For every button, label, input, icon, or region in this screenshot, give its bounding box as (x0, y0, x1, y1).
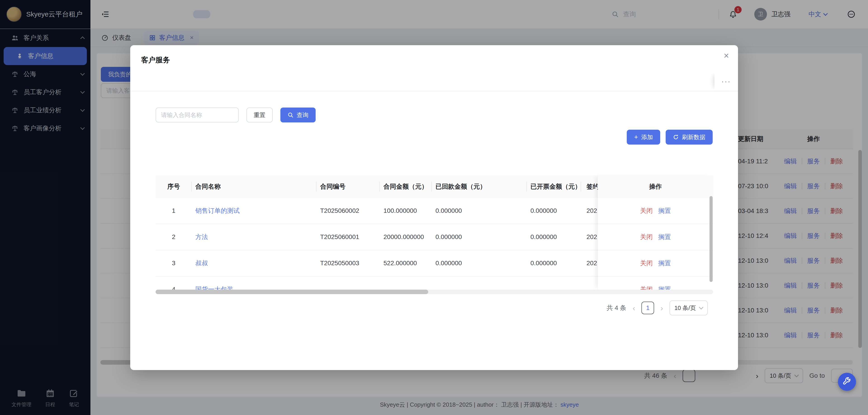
row-contract-name: 国货一大包装 (192, 285, 316, 289)
modal-pagination: 共 4 条 ‹ 1 › 10 条/页 (607, 301, 708, 315)
row-contract-name: 叔叔 (192, 259, 316, 268)
close-contract-link[interactable]: 关闭 (640, 206, 653, 215)
row-amount: 522.000000 (380, 260, 432, 267)
customer-service-modal: 客户服务 × ··· 重置 查询 + 添加 刷新数据 (130, 45, 738, 370)
hold-contract-link[interactable]: 搁置 (658, 233, 671, 241)
actions-fixed-column: 操作 关闭 搁置 关闭 搁置 关闭 搁置 关闭 (598, 175, 713, 289)
row-index: 4 (156, 286, 192, 289)
modal-horizontal-scrollbar[interactable] (156, 289, 713, 294)
chevron-down-icon (699, 305, 704, 310)
col-received: 已回款金额（元） (432, 175, 527, 198)
col-actions: 操作 (598, 175, 713, 198)
contract-table: 序号 合同名称 合同编号 合同金额（元） 已回款金额（元） 已开票金额（元） 签… (156, 175, 713, 289)
row-contract-number: T2025050003 (316, 260, 380, 267)
modal-close-icon[interactable]: × (724, 50, 729, 61)
row-contract-name: 销售订单的测试 (192, 206, 316, 215)
col-invoiced: 已开票金额（元） (527, 175, 581, 198)
row-invoiced: 0.000000 (527, 207, 581, 214)
close-contract-link[interactable]: 关闭 (640, 233, 653, 241)
contract-name-input[interactable] (156, 107, 239, 123)
modal-title: 客户服务 (141, 55, 170, 65)
search-icon (288, 112, 293, 118)
prev-page-button[interactable]: ‹ (632, 304, 635, 312)
contract-name-link[interactable]: 销售订单的测试 (195, 207, 240, 214)
row-contract-number: T2025060002 (316, 207, 380, 214)
row-amount: 20000.000000 (380, 233, 432, 241)
modal-tabs (130, 71, 738, 91)
row-invoiced: 0.000000 (527, 260, 581, 267)
row-actions: 关闭 搁置 (598, 198, 713, 224)
hold-contract-link[interactable]: 搁置 (658, 206, 671, 215)
col-contract-number: 合同编号 (316, 175, 380, 198)
row-index: 1 (156, 207, 192, 214)
row-received: 0.000000 (432, 207, 527, 214)
refresh-button[interactable]: 刷新数据 (665, 130, 713, 145)
wrench-icon (842, 377, 851, 386)
row-received: 0.000000 (432, 260, 527, 267)
col-index: 序号 (156, 175, 192, 198)
toolbox-fab-button[interactable] (838, 373, 856, 391)
col-contract-name: 合同名称 (192, 175, 316, 198)
row-invoiced: 0.000000 (527, 233, 581, 241)
modal-search-row: 重置 查询 (156, 107, 316, 123)
row-index: 2 (156, 233, 192, 241)
row-received: 0.000000 (432, 233, 527, 241)
total-count: 共 4 条 (607, 304, 626, 312)
actions-fixed-body: 关闭 搁置 关闭 搁置 关闭 搁置 关闭 搁置 (598, 198, 713, 289)
contract-name-link[interactable]: 叔叔 (195, 260, 208, 267)
modal-vertical-scrollbar[interactable] (710, 196, 713, 282)
hold-contract-link[interactable]: 搁置 (658, 259, 671, 268)
modal-action-buttons: + 添加 刷新数据 (627, 130, 713, 145)
contract-name-link[interactable]: 方法 (195, 233, 208, 240)
modal-horizontal-scrollbar-thumb[interactable] (156, 289, 428, 294)
row-index: 3 (156, 260, 192, 267)
page-button[interactable]: 1 (642, 302, 654, 314)
refresh-icon (673, 134, 679, 140)
close-contract-link[interactable]: 关闭 (640, 285, 653, 289)
row-actions: 关闭 搁置 (598, 224, 713, 250)
add-button[interactable]: + 添加 (627, 130, 660, 145)
close-contract-link[interactable]: 关闭 (640, 259, 653, 268)
app-root: Skyeye云平台租户 查询 1 卫 卫志强 中文 (0, 0, 868, 415)
row-actions: 关闭 搁置 (598, 250, 713, 277)
row-contract-number: T2025060001 (316, 233, 380, 241)
more-tabs-button[interactable]: ··· (714, 72, 738, 91)
page-size-select[interactable]: 10 条/页 (670, 301, 708, 315)
next-page-button[interactable]: › (660, 304, 663, 312)
row-actions: 关闭 搁置 (598, 277, 713, 289)
col-amount: 合同金额（元） (380, 175, 432, 198)
page-size-value: 10 条/页 (675, 304, 696, 312)
plus-icon: + (634, 134, 638, 140)
hold-contract-link[interactable]: 搁置 (658, 285, 671, 289)
row-contract-name: 方法 (192, 233, 316, 241)
query-button[interactable]: 查询 (280, 107, 316, 123)
contract-name-link[interactable]: 国货一大包装 (195, 286, 233, 289)
reset-button[interactable]: 重置 (246, 107, 273, 123)
row-amount: 100.000000 (380, 207, 432, 214)
